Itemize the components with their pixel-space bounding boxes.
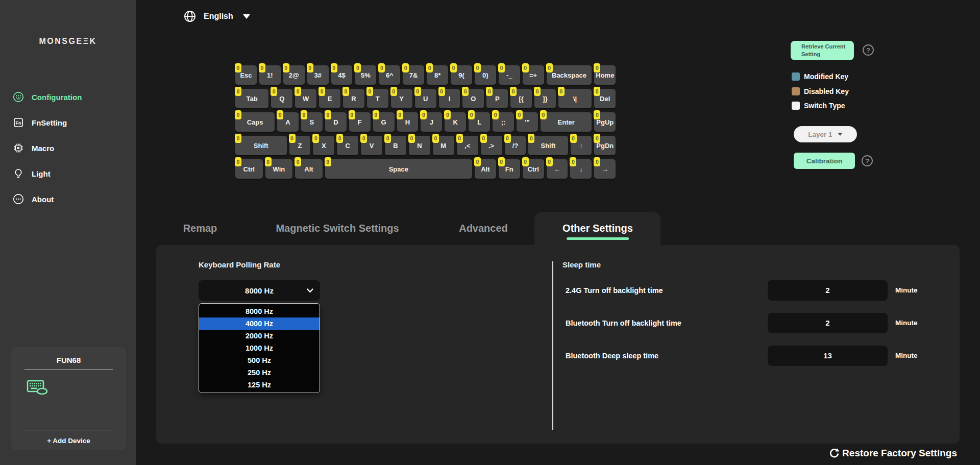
restore-factory-settings-button[interactable]: Restore Factory Settings [829, 448, 957, 459]
key-pgup[interactable]: 0PgUp [594, 112, 616, 132]
key-a[interactable]: 0A [277, 112, 299, 132]
key-p[interactable]: 0P [486, 89, 508, 108]
key-n[interactable]: 0N [409, 136, 430, 155]
sidebar-item-about[interactable]: About [0, 186, 136, 212]
retrieve-current-setting-button[interactable]: Retrieve Current Setting [791, 41, 854, 60]
key-symbol[interactable]: 0↓ [570, 159, 592, 179]
key-tab[interactable]: 0Tab [235, 89, 268, 108]
key-pgdn[interactable]: 0PgDn [594, 136, 616, 155]
key-enter[interactable]: 0Enter [541, 112, 592, 132]
key-symbol[interactable]: 0\| [558, 89, 592, 108]
key-g[interactable]: 0G [373, 112, 395, 132]
svg-text:Fn: Fn [16, 120, 21, 126]
key-del[interactable]: 0Del [594, 89, 616, 108]
sleep-setting-value-input[interactable]: 13 [768, 346, 888, 366]
polling-rate-select[interactable]: 8000 Hz [199, 280, 320, 301]
key-symbol[interactable]: 0.> [481, 136, 502, 155]
key-9[interactable]: 09( [451, 65, 472, 85]
key-z[interactable]: 0Z [289, 136, 311, 155]
key-l[interactable]: 0L [469, 112, 490, 132]
key-x[interactable]: 0X [313, 136, 334, 155]
key-m[interactable]: 0M [433, 136, 454, 155]
key-c[interactable]: 0C [337, 136, 358, 155]
key-home[interactable]: 0Home [594, 65, 616, 85]
key-symbol[interactable]: 0]} [534, 89, 556, 108]
calibration-button[interactable]: Calibration [794, 153, 855, 169]
polling-rate-option[interactable]: 4000 Hz [199, 317, 320, 330]
key-backspace[interactable]: 0Backspace [547, 65, 592, 85]
sidebar-item-light[interactable]: Light [0, 161, 136, 186]
key-alt[interactable]: 0Alt [295, 159, 323, 179]
tab-magnetic-switch-settings[interactable]: Magnetic Switch Settings [276, 212, 399, 245]
key-0[interactable]: 00) [475, 65, 496, 85]
sleep-setting-value-input[interactable]: 2 [768, 313, 888, 333]
key-u[interactable]: 0U [415, 89, 436, 108]
key-j[interactable]: 0J [421, 112, 442, 132]
tab-other-settings[interactable]: Other Settings [562, 212, 633, 245]
key-v[interactable]: 0V [361, 136, 382, 155]
key-symbol[interactable]: 0-_ [499, 65, 520, 85]
key-b[interactable]: 0B [385, 136, 406, 155]
polling-rate-option[interactable]: 500 Hz [199, 354, 320, 366]
key-f[interactable]: 0F [349, 112, 371, 132]
key-w[interactable]: 0W [295, 89, 316, 108]
key-k[interactable]: 0K [445, 112, 466, 132]
key-symbol[interactable]: 0← [547, 159, 568, 179]
key-symbol[interactable]: 0[{ [510, 89, 532, 108]
key-y[interactable]: 0Y [391, 89, 412, 108]
tab-remap[interactable]: Remap [183, 212, 217, 245]
question-icon[interactable]: ? [861, 155, 873, 169]
sidebar-item-configuration[interactable]: Configuration [0, 84, 136, 110]
key-symbol[interactable]: 0/? [505, 136, 526, 155]
key-7[interactable]: 07& [403, 65, 424, 85]
key-r[interactable]: 0R [343, 89, 364, 108]
key-5[interactable]: 05% [355, 65, 376, 85]
key-6[interactable]: 06^ [379, 65, 400, 85]
key-3[interactable]: 03# [307, 65, 329, 85]
key-8[interactable]: 08* [427, 65, 448, 85]
key-1[interactable]: 01! [259, 65, 281, 85]
key-q[interactable]: 0Q [271, 89, 292, 108]
key-symbol[interactable]: 0,< [457, 136, 478, 155]
key-symbol[interactable]: 0↑ [571, 136, 592, 155]
key-h[interactable]: 0H [397, 112, 419, 132]
key-symbol[interactable]: 0→ [594, 159, 616, 179]
key-i[interactable]: 0I [439, 89, 460, 108]
polling-rate-option[interactable]: 125 Hz [199, 379, 320, 391]
key-4[interactable]: 04$ [331, 65, 353, 85]
add-device-button[interactable]: + Add Device [11, 437, 126, 445]
key-s[interactable]: 0S [301, 112, 323, 132]
keyboard-device-icon[interactable] [27, 379, 48, 397]
sidebar-item-macro[interactable]: Macro [0, 135, 136, 161]
key-caps[interactable]: 0Caps [235, 112, 275, 132]
key-win[interactable]: 0Win [265, 159, 293, 179]
key-shift[interactable]: 0Shift [528, 136, 568, 155]
caret-down-icon [838, 133, 843, 136]
key-fn[interactable]: 0Fn [499, 159, 520, 179]
key-symbol[interactable]: 0'" [517, 112, 538, 132]
key-ctrl[interactable]: 0Ctrl [523, 159, 544, 179]
key-layer-badge: 0 [474, 63, 481, 72]
key-symbol[interactable]: 0;: [493, 112, 514, 132]
tab-advanced[interactable]: Advanced [459, 212, 508, 245]
key-d[interactable]: 0D [325, 112, 347, 132]
key-ctrl[interactable]: 0Ctrl [235, 159, 263, 179]
polling-rate-option[interactable]: 1000 Hz [199, 342, 320, 354]
key-symbol[interactable]: 0=+ [523, 65, 544, 85]
polling-rate-option[interactable]: 8000 Hz [199, 305, 320, 317]
language-selector[interactable]: English [184, 10, 250, 22]
key-alt[interactable]: 0Alt [475, 159, 496, 179]
sidebar-item-fnsetting[interactable]: FnFnSetting [0, 110, 136, 135]
polling-rate-option[interactable]: 2000 Hz [199, 330, 320, 342]
key-e[interactable]: 0E [319, 89, 340, 108]
question-icon[interactable]: ? [862, 44, 874, 58]
layer-select[interactable]: Layer 1 [794, 126, 857, 142]
sleep-setting-value-input[interactable]: 2 [768, 280, 888, 301]
key-t[interactable]: 0T [367, 89, 388, 108]
polling-rate-option[interactable]: 250 Hz [199, 366, 320, 379]
key-esc[interactable]: 0Esc [235, 65, 257, 85]
key-2[interactable]: 02@ [283, 65, 305, 85]
key-shift[interactable]: 0Shift [235, 136, 287, 155]
key-o[interactable]: 0O [462, 89, 484, 108]
key-space[interactable]: 0Space [325, 159, 472, 179]
